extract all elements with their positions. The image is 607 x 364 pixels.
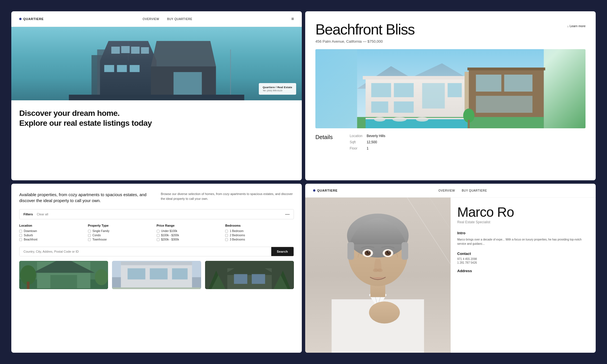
svg-rect-56: [172, 268, 188, 279]
svg-rect-32: [476, 96, 533, 113]
filter-beachfront-label: Beachfront: [24, 238, 37, 241]
card2-svg: [112, 261, 201, 289]
checkbox-singlefamily[interactable]: [88, 230, 91, 233]
detail-floor-row: Floor 1: [350, 146, 468, 150]
listings-header: Available properties, from cozy apartmen…: [19, 192, 294, 203]
clear-all-button[interactable]: Clear all: [37, 213, 48, 216]
svg-rect-31: [504, 75, 533, 92]
filter-item-townhouse[interactable]: Townhouse: [88, 238, 157, 241]
panel4-nav-overview[interactable]: OVERVIEW: [438, 189, 455, 192]
checkbox-200-300k[interactable]: [157, 238, 160, 241]
filter-item-3bed[interactable]: 3 Bedrooms: [225, 238, 294, 241]
checkbox-3bed[interactable]: [225, 238, 228, 241]
filters-label: Filters: [23, 213, 33, 216]
checkbox-1bed[interactable]: [225, 230, 228, 233]
panel4-nav-links: OVERVIEW BUY QUARTIERE: [438, 189, 487, 192]
svg-rect-16: [69, 95, 244, 100]
search-input[interactable]: [20, 247, 271, 256]
property-card-2[interactable]: [112, 261, 201, 289]
hero-image: Quartiere / Real Estate Tel: (202) 555-0…: [11, 27, 302, 100]
card-image-3: [205, 261, 294, 289]
svg-rect-41: [468, 120, 470, 128]
checkbox-under100k[interactable]: [157, 230, 160, 233]
checkbox-suburb[interactable]: [19, 234, 22, 237]
panel-quartiere-homepage: QUARTIERE OVERVIEW BUY QUARTIERE ≡: [11, 11, 302, 180]
filter-item-suburb[interactable]: Suburb: [19, 234, 88, 237]
collapse-filters-button[interactable]: —: [285, 212, 290, 217]
filter-item-beachfront[interactable]: Beachfront: [19, 238, 88, 241]
property-card-1[interactable]: [19, 261, 108, 289]
nav-link-overview[interactable]: OVERVIEW: [143, 18, 159, 21]
hamburger-icon[interactable]: ≡: [291, 16, 294, 21]
caption-title: Quartiere / Real Estate: [263, 86, 292, 89]
svg-rect-21: [363, 76, 468, 79]
filter-col-type: Property Type Single Family Condo Townho…: [88, 224, 157, 242]
svg-rect-25: [394, 101, 414, 113]
svg-rect-24: [371, 101, 388, 113]
filter-downtown-label: Downtown: [24, 229, 37, 233]
property-card-3[interactable]: [205, 261, 294, 289]
search-button[interactable]: Search: [271, 247, 294, 256]
filter-item-under100k[interactable]: Under $100k: [157, 229, 225, 233]
svg-rect-33: [468, 68, 545, 70]
svg-rect-12: [117, 65, 127, 72]
filter-col-price: Price Range Under $100k $100k - $200k $2…: [157, 224, 225, 242]
checkbox-downtown[interactable]: [19, 230, 22, 233]
logo-dot-icon: [19, 18, 21, 20]
filter-item-condo[interactable]: Condo: [88, 234, 157, 237]
detail-location-val: Beverly Hills: [367, 134, 385, 138]
panel4-logo-dot-icon: [313, 189, 315, 192]
hero-caption: Quartiere / Real Estate Tel: (202) 555-0…: [259, 83, 296, 95]
contact-heading: Contact: [457, 252, 589, 256]
intro-heading: Intro: [457, 231, 589, 235]
svg-rect-23: [394, 83, 414, 97]
svg-point-39: [416, 117, 429, 122]
svg-point-84: [368, 251, 369, 253]
filter-columns: Location Downtown Suburb Beachfront Prop…: [19, 224, 294, 242]
panel1-nav-links: OVERVIEW BUY QUARTIERE: [143, 18, 192, 21]
svg-rect-13: [130, 65, 140, 72]
filter-item-2bed[interactable]: 2 Bedrooms: [225, 234, 294, 237]
filter-item-singlefamily[interactable]: Single Family: [88, 229, 157, 233]
svg-rect-46: [50, 275, 77, 288]
panel-beachfront: Beachfront Bliss 456 Palm Avenue, Califo…: [305, 11, 596, 180]
filter-item-downtown[interactable]: Downtown: [19, 229, 88, 233]
nav-link-buy[interactable]: BUY QUARTIERE: [167, 18, 192, 21]
header-description-left: Available properties, from cozy apartmen…: [19, 192, 152, 203]
checkbox-100-200k[interactable]: [157, 234, 160, 237]
svg-rect-5: [121, 46, 130, 53]
property-cards-grid: [19, 261, 294, 289]
checkbox-townhouse[interactable]: [88, 238, 91, 241]
filter-item-200-300k[interactable]: $200k - $300k: [157, 238, 225, 241]
checkbox-condo[interactable]: [88, 234, 91, 237]
agent-info: Marco Ro Real Estate Specialist Intro Ma…: [451, 198, 596, 353]
filter-price-title: Price Range: [157, 224, 225, 227]
svg-point-49: [95, 269, 108, 285]
panel4-logo[interactable]: QUARTIERE: [313, 189, 338, 192]
svg-rect-76: [347, 242, 354, 260]
filter-2bed-label: 2 Bedrooms: [230, 234, 245, 237]
hero-building-svg: [11, 27, 302, 100]
filter-item-100-200k[interactable]: $100k - $200k: [157, 234, 225, 237]
contact-section: Contact 971 4 455 2098 1 281 787 5426: [457, 252, 589, 264]
filter-bedrooms-title: Bedrooms: [225, 224, 294, 227]
caption-tel: Tel: (202) 555-0123: [263, 89, 292, 92]
filter-3bed-label: 3 Bedrooms: [230, 238, 245, 241]
header-description-right: Browse our diverse selection of homes, f…: [161, 192, 294, 201]
filter-item-1bed[interactable]: 1 Bedroom: [225, 229, 294, 233]
detail-sqft-val: 12,500: [367, 140, 377, 144]
filter-location-title: Location: [19, 224, 88, 227]
checkbox-beachfront[interactable]: [19, 238, 22, 241]
quartiere-logo[interactable]: QUARTIERE: [19, 17, 44, 21]
detail-sqft-key: Sqft: [350, 140, 367, 144]
svg-rect-22: [371, 83, 391, 97]
learn-more-button[interactable]: ↓ Learn more: [567, 24, 586, 28]
filter-col-bedrooms: Bedrooms 1 Bedroom 2 Bedrooms 3 Bedrooms: [225, 224, 294, 242]
checkbox-2bed[interactable]: [225, 234, 228, 237]
panel4-nav-buy[interactable]: BUY QUARTIERE: [462, 189, 487, 192]
agent-bio-text: Marco brings over a decade of expe... Wi…: [457, 237, 589, 246]
panel4-nav: QUARTIERE OVERVIEW BUY QUARTIERE: [305, 184, 596, 198]
svg-rect-62: [252, 274, 265, 284]
svg-rect-57: [112, 287, 201, 289]
filter-townhouse-label: Townhouse: [92, 238, 107, 241]
